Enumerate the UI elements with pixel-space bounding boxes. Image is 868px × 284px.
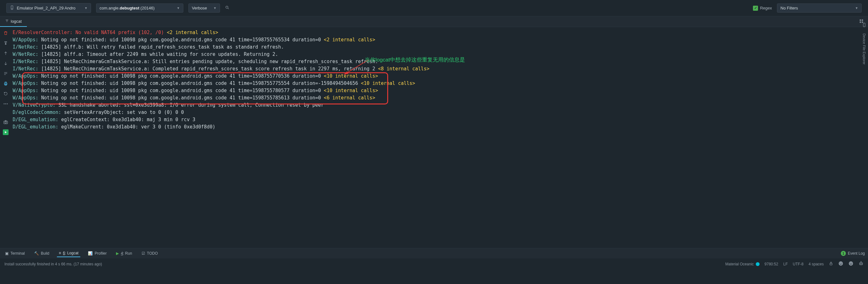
indent[interactable]: 4 spaces bbox=[809, 262, 824, 266]
svg-point-32 bbox=[850, 263, 850, 263]
filter-dropdown[interactable]: No Filters ▼ bbox=[777, 3, 862, 13]
oceanic-dot-icon bbox=[756, 262, 760, 266]
status-message: Install successfully finished in 4 s 66 … bbox=[4, 262, 102, 266]
svg-rect-15 bbox=[5, 82, 7, 83]
logcat-tab-bar: logcat bbox=[0, 16, 868, 27]
tab-label: logcat bbox=[11, 19, 22, 24]
device-label: Emulator Pixel_2_API_29 Andro bbox=[17, 6, 75, 10]
log-line: I/NetRec: [14825] NetRecChimeraGcmTaskSe… bbox=[13, 65, 868, 73]
print-icon[interactable] bbox=[3, 81, 8, 86]
svg-point-18 bbox=[5, 104, 6, 104]
logcat-toolbar: Emulator Pixel_2_API_29 Andro ▼ com.angl… bbox=[0, 0, 868, 16]
chevron-down-icon: ▼ bbox=[213, 6, 217, 10]
main-area: E/ResolverController: No valid NAT64 pre… bbox=[0, 27, 868, 248]
robot-icon[interactable] bbox=[859, 261, 864, 267]
event-badge: 1 bbox=[841, 251, 846, 256]
more-icon[interactable] bbox=[3, 101, 8, 107]
log-line: D/eglCodecCommon: setVertexArrayObject: … bbox=[13, 109, 868, 116]
checkbox-checked-icon: ✓ bbox=[753, 6, 758, 11]
svg-point-27 bbox=[839, 261, 843, 265]
regex-label: Regex bbox=[760, 6, 772, 10]
svg-line-3 bbox=[228, 8, 229, 9]
svg-point-19 bbox=[7, 104, 8, 104]
svg-point-1 bbox=[12, 8, 12, 9]
tab-todo[interactable]: ☑ TODO bbox=[140, 250, 160, 257]
run-icon: ▶ bbox=[116, 251, 119, 256]
log-line: D/EGL_emulation: eglMakeCurrent: 0xe3d1a… bbox=[13, 123, 868, 131]
filter-label: No Filters bbox=[780, 6, 798, 10]
tab-terminal[interactable]: ▣ Terminal bbox=[3, 250, 27, 257]
svg-point-2 bbox=[226, 6, 228, 8]
process-label: com.angle.debugtest (20146) bbox=[99, 6, 155, 10]
chevron-down-icon: ▼ bbox=[84, 6, 88, 10]
device-icon bbox=[10, 5, 14, 11]
log-line: W/AppOps: Noting op not finished: uid 10… bbox=[13, 73, 868, 80]
svg-point-36 bbox=[861, 263, 862, 264]
cursor-position[interactable]: 9780:52 bbox=[765, 262, 778, 266]
log-line: D/EGL_emulation: eglCreateContext: 0xe3d… bbox=[13, 116, 868, 123]
trash-icon[interactable] bbox=[3, 30, 8, 36]
profiler-icon: 📊 bbox=[88, 251, 93, 256]
filter-icon bbox=[5, 19, 9, 24]
log-line: W/AppOps: Noting op not finished: uid 10… bbox=[13, 36, 868, 43]
log-line: W/AppOps: Noting op not finished: uid 10… bbox=[13, 80, 868, 87]
scroll-to-end-icon[interactable] bbox=[3, 40, 8, 46]
log-line: V/NativeCrypto: SSL handshake aborted: s… bbox=[13, 102, 868, 109]
build-icon: 🔨 bbox=[34, 251, 39, 256]
up-arrow-icon[interactable] bbox=[3, 50, 8, 56]
process-dropdown[interactable]: com.angle.debugtest (20146) ▼ bbox=[96, 3, 183, 13]
svg-point-38 bbox=[861, 261, 861, 261]
annotation-text: 当你logcat中想去掉这些重复无用的信息是 bbox=[365, 56, 465, 63]
log-line: I/NetRec: [14825] alff.b: Will retry fai… bbox=[13, 43, 868, 51]
svg-marker-22 bbox=[5, 131, 7, 134]
search-icon bbox=[225, 5, 229, 11]
svg-point-33 bbox=[851, 263, 852, 263]
theme-indicator[interactable]: Material Oceanic bbox=[725, 262, 760, 266]
device-explorer-icon[interactable] bbox=[861, 22, 867, 28]
log-pane[interactable]: E/ResolverController: No valid NAT64 pre… bbox=[11, 27, 868, 248]
svg-point-28 bbox=[840, 263, 840, 263]
svg-point-31 bbox=[849, 261, 853, 265]
bottom-tool-tabs: ▣ Terminal 🔨 Build ≡ 6: Logcat 📊 Profile… bbox=[0, 248, 868, 258]
todo-icon: ☑ bbox=[142, 251, 145, 256]
logcat-icon: ≡ bbox=[59, 251, 61, 255]
tab-logcat-bottom[interactable]: ≡ 6: Logcat bbox=[57, 250, 80, 257]
face-sad-icon[interactable] bbox=[848, 261, 854, 267]
svg-rect-26 bbox=[830, 263, 832, 265]
left-gutter bbox=[0, 27, 11, 248]
face-neutral-icon[interactable] bbox=[838, 261, 843, 267]
terminal-icon: ▣ bbox=[5, 251, 8, 256]
tab-build[interactable]: 🔨 Build bbox=[32, 250, 51, 257]
status-bar: Install successfully finished in 4 s 66 … bbox=[0, 258, 868, 270]
event-log-button[interactable]: 1 Event Log bbox=[841, 251, 865, 256]
line-ending[interactable]: LF bbox=[783, 262, 788, 266]
camera-icon[interactable] bbox=[3, 119, 8, 125]
search-input[interactable] bbox=[231, 4, 364, 12]
loglevel-dropdown[interactable]: Verbose ▼ bbox=[188, 3, 220, 13]
tab-run[interactable]: ▶ 4: Run bbox=[114, 250, 134, 257]
device-dropdown[interactable]: Emulator Pixel_2_API_29 Andro ▼ bbox=[6, 3, 91, 13]
tab-logcat[interactable]: logcat bbox=[0, 16, 27, 27]
svg-rect-25 bbox=[863, 23, 865, 27]
tab-profiler[interactable]: 📊 Profiler bbox=[86, 250, 108, 257]
log-line: W/AppOps: Noting op not finished: uid 10… bbox=[13, 87, 868, 94]
restart-icon[interactable] bbox=[3, 91, 8, 97]
wrap-icon[interactable] bbox=[3, 71, 8, 76]
down-arrow-icon[interactable] bbox=[3, 61, 8, 66]
regex-toggle[interactable]: ✓ Regex bbox=[753, 6, 772, 11]
encoding[interactable]: UTF-8 bbox=[793, 262, 804, 266]
record-icon[interactable] bbox=[3, 129, 8, 135]
chevron-down-icon: ▼ bbox=[855, 6, 858, 10]
log-line: W/AppOps: Noting op not finished: uid 10… bbox=[13, 94, 868, 102]
svg-point-21 bbox=[5, 121, 6, 123]
device-explorer-label[interactable]: Device File Explorer bbox=[862, 31, 866, 64]
lock-icon[interactable] bbox=[829, 261, 833, 267]
log-line: E/ResolverController: No valid NAT64 pre… bbox=[13, 29, 868, 36]
svg-point-17 bbox=[4, 104, 5, 104]
right-sidebar: Device File Explorer bbox=[860, 19, 868, 177]
svg-point-29 bbox=[841, 263, 842, 263]
loglevel-label: Verbose bbox=[192, 6, 207, 10]
search-wrap bbox=[225, 4, 364, 12]
chevron-down-icon: ▼ bbox=[177, 6, 180, 10]
